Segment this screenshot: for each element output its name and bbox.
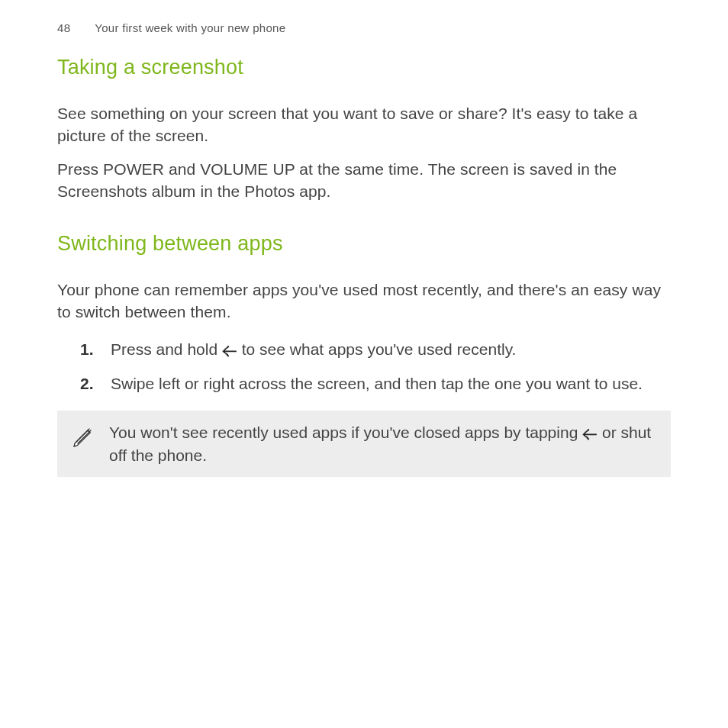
note-box: You won't see recently used apps if you'… — [57, 411, 671, 477]
pencil-icon — [71, 421, 101, 450]
chapter-title: Your first week with your new phone — [95, 21, 285, 34]
step-text: Swipe left or right across the screen, a… — [111, 372, 671, 395]
heading-switching-apps: Switching between apps — [57, 232, 671, 256]
page-header: 48 Your first week with your new phone — [57, 21, 671, 34]
body-paragraph: Press POWER and VOLUME UP at the same ti… — [57, 158, 671, 203]
back-arrow-icon: 🡠 — [582, 427, 598, 442]
back-arrow-icon: 🡠 — [222, 343, 237, 359]
page-number: 48 — [57, 21, 70, 34]
list-item: 2. Swipe left or right across the screen… — [80, 372, 671, 395]
steps-list: 1. Press and hold 🡠 to see what apps you… — [80, 338, 671, 395]
document-page: 48 Your first week with your new phone T… — [0, 0, 728, 507]
step-number: 1. — [80, 338, 111, 361]
step-text: Press and hold 🡠 to see what apps you've… — [111, 338, 671, 361]
body-paragraph: Your phone can remember apps you've used… — [57, 279, 671, 324]
note-text: You won't see recently used apps if you'… — [109, 421, 656, 466]
heading-taking-screenshot: Taking a screenshot — [57, 56, 671, 79]
svg-line-1 — [78, 430, 91, 443]
list-item: 1. Press and hold 🡠 to see what apps you… — [80, 338, 671, 361]
body-paragraph: See something on your screen that you wa… — [57, 102, 671, 147]
step-number: 2. — [80, 372, 111, 395]
